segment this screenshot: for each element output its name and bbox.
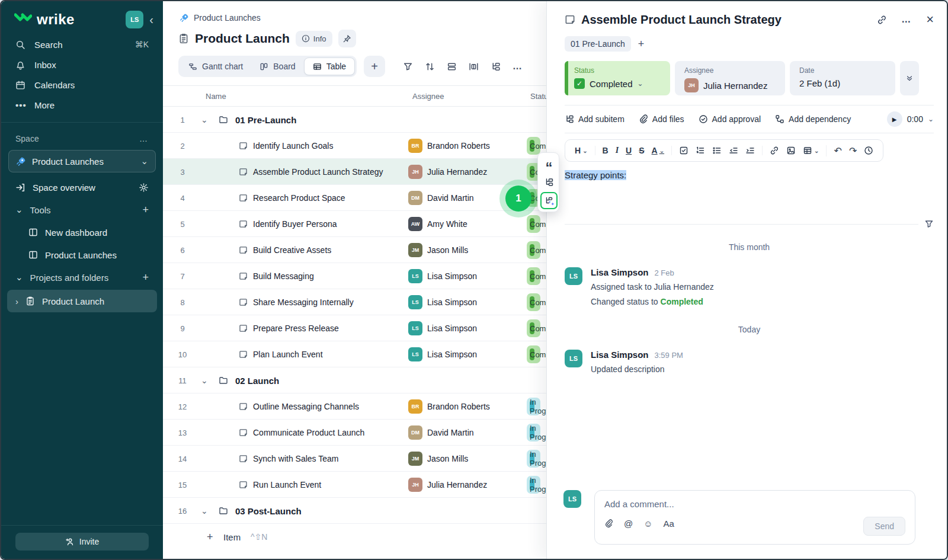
- text-color-button[interactable]: A⌄: [652, 146, 665, 155]
- subitems-icon[interactable]: [491, 62, 501, 72]
- sidebar-item-product-launch[interactable]: › Product Launch: [7, 290, 157, 312]
- table-row[interactable]: 3 Assemble Product Launch Strategy JH Ju…: [163, 159, 546, 185]
- more-options-icon[interactable]: …: [901, 14, 912, 25]
- assignee-name[interactable]: Lisa Simpson: [427, 271, 477, 281]
- task-title[interactable]: Assemble Product Launch Strategy: [581, 13, 863, 27]
- table-row[interactable]: 4 Research Product Space DM David Martin…: [163, 185, 546, 211]
- add-tool-icon[interactable]: +: [142, 204, 149, 216]
- activity-filter-icon[interactable]: [918, 219, 934, 229]
- ai-generate-subitems-icon[interactable]: ✦✦: [540, 192, 558, 209]
- add-dependency-button[interactable]: Add dependency: [775, 114, 851, 124]
- time-tracker[interactable]: ▶ 0:00 ⌄: [887, 111, 934, 127]
- status-pill[interactable]: Completed: [527, 267, 540, 285]
- status-field[interactable]: Status ✓ Completed ⌄: [565, 61, 670, 95]
- table-row[interactable]: 8 Share Messaging Internally LS Lisa Sim…: [163, 289, 546, 315]
- italic-button[interactable]: I: [616, 146, 619, 155]
- status-pill[interactable]: In Progress: [527, 450, 540, 468]
- insert-image-button[interactable]: [786, 146, 796, 155]
- add-item-row[interactable]: + Item ^⇧N: [163, 524, 546, 550]
- collapse-fields-button[interactable]: [900, 61, 919, 95]
- column-header-assignee[interactable]: Assignee: [412, 92, 444, 101]
- table-row[interactable]: 12 Outline Messaging Channels BR Brandon…: [163, 393, 546, 420]
- add-subitem-button[interactable]: Add subitem: [565, 114, 624, 124]
- space-menu-icon[interactable]: …: [139, 134, 149, 143]
- add-files-button[interactable]: Add files: [639, 114, 684, 124]
- status-pill[interactable]: In Progress: [527, 476, 540, 494]
- assignee-name[interactable]: Julia Hernandez: [427, 480, 487, 489]
- insert-link-button[interactable]: [770, 146, 779, 155]
- table-folder-row[interactable]: 11 ⌄ 02 Launch: [163, 367, 546, 393]
- task-name[interactable]: Research Product Space: [253, 193, 345, 203]
- task-name[interactable]: Run Launch Event: [253, 480, 321, 489]
- insert-table-button[interactable]: ⌄: [803, 146, 819, 155]
- checklist-button[interactable]: [679, 146, 688, 155]
- tab-table[interactable]: Table: [304, 57, 355, 75]
- task-name[interactable]: Plan Launch Event: [253, 350, 323, 359]
- assignee-name[interactable]: Brandon Roberts: [427, 141, 490, 151]
- assignee-name[interactable]: David Martin: [427, 428, 474, 437]
- table-folder-row[interactable]: 16 ⌄ 03 Post-Launch: [163, 498, 546, 524]
- sidebar-item-space-overview[interactable]: Space overview: [1, 176, 163, 199]
- chevron-down-icon[interactable]: ⌄: [201, 115, 208, 124]
- table-row[interactable]: 10 Plan Launch Event LS Lisa Simpson Com…: [163, 341, 546, 367]
- assignee-field[interactable]: Assignee JH Julia Hernandez: [675, 61, 785, 95]
- bullet-list-button[interactable]: [712, 146, 722, 155]
- assignee-name[interactable]: Brandon Roberts: [427, 402, 490, 411]
- filter-icon[interactable]: [403, 62, 413, 72]
- task-name[interactable]: Share Messaging Internally: [253, 297, 354, 307]
- parent-folder-tag[interactable]: 01 Pre-Launch: [565, 36, 631, 52]
- status-pill[interactable]: In Progress: [527, 398, 540, 415]
- folder-name[interactable]: 02 Launch: [235, 375, 279, 385]
- assignee-name[interactable]: David Martin: [427, 193, 474, 203]
- task-name[interactable]: Build Creative Assets: [253, 245, 331, 255]
- task-name[interactable]: Assemble Product Launch Strategy: [253, 167, 383, 177]
- task-name[interactable]: Identify Buyer Persona: [253, 219, 337, 229]
- assignee-name[interactable]: Lisa Simpson: [427, 350, 477, 359]
- outdent-button[interactable]: [729, 146, 738, 155]
- mention-icon[interactable]: @: [624, 519, 633, 529]
- folder-name[interactable]: 01 Pre-Launch: [235, 114, 296, 124]
- numbered-list-button[interactable]: [696, 146, 705, 155]
- table-row[interactable]: 2 Identify Launch Goals BR Brandon Rober…: [163, 133, 546, 159]
- sidebar-item-product-launches-dashboard[interactable]: Product Launches: [1, 244, 163, 266]
- row-height-icon[interactable]: [447, 62, 457, 72]
- user-avatar[interactable]: LS: [126, 11, 143, 28]
- emoji-icon[interactable]: ☺: [643, 519, 652, 529]
- sidebar-item-new-dashboard[interactable]: New dashboard: [1, 221, 163, 244]
- assignee-name[interactable]: Lisa Simpson: [427, 324, 477, 333]
- task-description[interactable]: Strategy points:: [565, 170, 934, 180]
- status-pill[interactable]: Completed: [527, 293, 540, 311]
- status-pill[interactable]: Completed: [527, 241, 540, 259]
- status-pill[interactable]: Completed: [527, 137, 540, 155]
- link-icon[interactable]: [877, 15, 887, 25]
- status-pill[interactable]: Completed: [527, 345, 540, 363]
- space-selector[interactable]: Product Launches ⌄: [8, 150, 156, 172]
- task-name[interactable]: Build Messaging: [253, 271, 314, 281]
- add-project-icon[interactable]: +: [142, 271, 149, 284]
- assignee-name[interactable]: Jason Mills: [427, 245, 468, 255]
- task-name[interactable]: Communicate Product Launch: [253, 428, 364, 437]
- more-options-icon[interactable]: …: [513, 61, 523, 72]
- close-icon[interactable]: ×: [926, 12, 934, 27]
- history-icon[interactable]: [864, 146, 873, 155]
- play-icon[interactable]: ▶: [887, 111, 902, 127]
- add-tag-icon[interactable]: +: [638, 38, 645, 50]
- table-row[interactable]: 9 Prepare Press Release LS Lisa Simpson …: [163, 315, 546, 341]
- attach-icon[interactable]: [604, 519, 613, 528]
- send-button[interactable]: Send: [863, 517, 905, 536]
- task-name[interactable]: Outline Messaging Channels: [253, 402, 359, 411]
- task-name[interactable]: Identify Launch Goals: [253, 141, 333, 151]
- sidebar-item-inbox[interactable]: Inbox: [1, 55, 163, 75]
- task-name[interactable]: Prepare Press Release: [253, 324, 339, 333]
- chevron-down-icon[interactable]: ⌄: [201, 506, 208, 516]
- add-approval-button[interactable]: Add approval: [699, 114, 761, 124]
- comment-box[interactable]: Add a comment... @ ☺ Aa Send: [594, 490, 915, 545]
- task-name[interactable]: Synch with Sales Team: [253, 454, 338, 463]
- assignee-name[interactable]: Amy White: [427, 219, 467, 229]
- sort-icon[interactable]: [425, 62, 435, 72]
- column-width-icon[interactable]: [469, 62, 479, 72]
- status-pill[interactable]: Completed: [527, 319, 540, 337]
- sidebar-collapse-icon[interactable]: ‹: [149, 14, 153, 25]
- heading-button[interactable]: H⌄: [575, 146, 588, 155]
- invite-button[interactable]: Invite: [15, 533, 149, 551]
